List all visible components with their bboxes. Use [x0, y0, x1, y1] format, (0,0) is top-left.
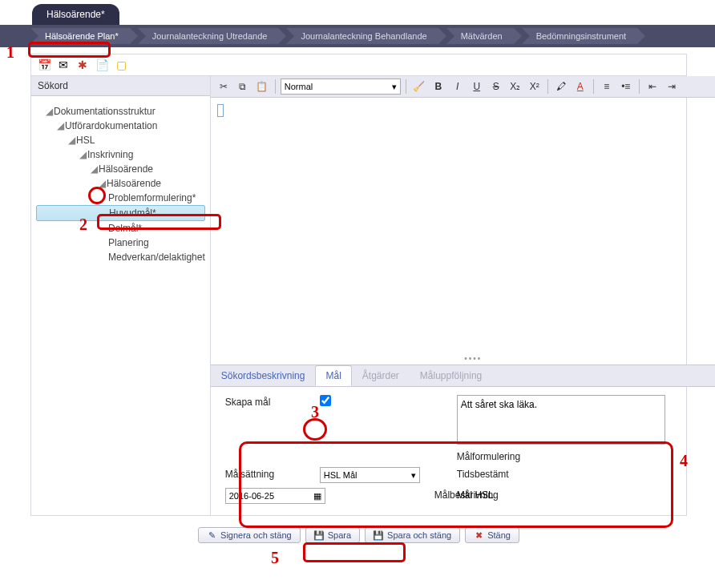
value-malbeskrivning: Mål HSL [457, 488, 715, 501]
tree: ◢Dokumentationsstruktur ◢Utförardokument… [31, 96, 210, 515]
save-close-icon: 💾 [374, 530, 383, 540]
tab-atgarder[interactable]: Åtgärder [352, 365, 410, 386]
button-label: Spara [328, 530, 351, 540]
label-malbeskrivning: Målbeskrivning [434, 488, 450, 501]
copy-icon[interactable]: ⧉ [235, 79, 251, 95]
select-malsattning[interactable]: HSL Mål ▾ [320, 467, 420, 483]
close-icon: ✖ [474, 530, 483, 540]
editor-area[interactable] [211, 98, 715, 352]
form-area: Skapa mål Målformulering Målsättning HSL… [211, 386, 715, 515]
tree-label: Delmål* [108, 223, 142, 234]
cut-icon[interactable]: ✂ [216, 79, 232, 95]
mail-icon[interactable]: ✉ [57, 58, 70, 71]
separator [547, 79, 548, 94]
select-value: HSL Mål [324, 470, 358, 480]
checkbox-skapa-mal[interactable] [320, 395, 331, 406]
tree-node-medverkan[interactable]: Medverkan/delaktighet [36, 250, 205, 264]
tree-label: Hälsoärende [99, 163, 153, 175]
drag-handle[interactable]: •••• [211, 352, 715, 364]
stang-button[interactable]: ✖ Stäng [465, 527, 519, 543]
list-ul-icon[interactable]: •≡ [618, 79, 634, 95]
tree-node-problemformulering[interactable]: Problemformulering* [36, 191, 205, 205]
annotation-number-2: 2 [79, 215, 87, 234]
note-icon[interactable]: ▢ [115, 58, 127, 71]
tree-label: Huvudmål* [109, 207, 156, 219]
label-malsattning: Målsättning [225, 467, 313, 480]
chevron-down-icon: ▾ [411, 470, 416, 481]
breadcrumb-item-utredande[interactable]: Journalanteckning Utredande [138, 28, 279, 44]
label-malformulering: Målformulering [457, 449, 715, 462]
tree-node-huvudmal[interactable]: Huvudmål* [36, 205, 205, 221]
main-tab-halsoarende[interactable]: Hälsoärende* [32, 4, 119, 25]
tree-node-planering[interactable]: Planering [36, 236, 205, 250]
underline-icon[interactable]: U [469, 79, 485, 95]
separator [639, 79, 640, 94]
tree-node-utforardokumentation[interactable]: ◢Utförardokumentation [36, 119, 205, 133]
left-panel-title: Sökord [31, 76, 210, 96]
tree-label: Planering [108, 237, 149, 248]
italic-icon[interactable]: I [450, 79, 466, 95]
tree-node-delmal[interactable]: Delmål* [36, 221, 205, 236]
outdent-icon[interactable]: ⇤ [644, 79, 660, 95]
separator [275, 79, 276, 94]
button-label: Signera och stäng [220, 530, 292, 540]
tree-node-halsoarende[interactable]: ◢Hälsoärende [36, 176, 205, 191]
editor-cursor [217, 104, 224, 117]
breadcrumb-item-bedomning[interactable]: Bedömningsinstrument [522, 28, 638, 44]
tree-label: Inskrivning [87, 149, 133, 160]
breadcrumb: Hälsoärende Plan* Journalanteckning Utre… [0, 25, 715, 47]
document-icon[interactable]: 📄 [95, 58, 108, 71]
format-value: Normal [285, 82, 313, 91]
breadcrumb-item-plan[interactable]: Hälsoärende Plan* [30, 28, 130, 44]
date-value: 2016-06-25 [229, 491, 274, 501]
tab-mal[interactable]: Mål [315, 365, 351, 386]
calendar-icon[interactable]: 📅 [38, 58, 50, 71]
tree-label: HSL [76, 135, 95, 146]
separator [406, 79, 406, 94]
tab-sokordsbeskrivning[interactable]: Sökordsbeskrivning [211, 365, 316, 386]
spara-button[interactable]: 💾 Spara [305, 527, 360, 543]
breadcrumb-item-matvarden[interactable]: Mätvärden [446, 28, 514, 44]
tree-label: Medverkan/delaktighet [108, 252, 205, 263]
format-select[interactable]: Normal ▾ [281, 79, 401, 95]
strike-icon[interactable]: S [488, 79, 504, 95]
subscript-icon[interactable]: X₂ [507, 79, 523, 95]
clear-format-icon[interactable]: 🧹 [411, 79, 427, 95]
puzzle-icon[interactable]: ✱ [76, 58, 89, 71]
separator [593, 79, 594, 94]
tree-node-dokumentationsstruktur[interactable]: ◢Dokumentationsstruktur [36, 104, 205, 119]
textarea-malformulering[interactable]: Att såret ska läka. [457, 395, 665, 445]
font-color-icon[interactable]: A [572, 79, 588, 95]
tree-node-halsoarende-group[interactable]: ◢Hälsoärende [36, 162, 205, 176]
label-tidsbestamt: Tidsbestämt [457, 467, 715, 480]
list-ol-icon[interactable]: ≡ [599, 79, 615, 95]
button-label: Spara och stäng [387, 530, 451, 540]
calendar-icon[interactable]: ▦ [313, 491, 321, 501]
tab-maluppfoljning[interactable]: Måluppföljning [410, 365, 492, 386]
tree-label: Dokumentationsstruktur [54, 106, 156, 117]
label-skapa-mal: Skapa mål [225, 395, 313, 408]
breadcrumb-item-behandlande[interactable]: Journalanteckning Behandlande [286, 28, 438, 44]
icon-toolbar: 📅 ✉ ✱ 📄 ▢ [30, 54, 687, 75]
tree-label: Problemformulering* [108, 192, 196, 203]
tree-label: Hälsoärende [107, 178, 161, 189]
superscript-icon[interactable]: X² [527, 79, 543, 95]
editor-toolbar: ✂ ⧉ 📋 Normal ▾ 🧹 B I U S X₂ X² 🖍 A [211, 76, 715, 98]
tree-node-inskrivning[interactable]: ◢Inskrivning [36, 147, 205, 162]
tree-node-hsl[interactable]: ◢HSL [36, 133, 205, 147]
pen-icon: ✎ [207, 530, 216, 540]
annotation-number-1: 1 [6, 43, 14, 62]
save-icon: 💾 [314, 530, 324, 540]
annotation-number-3: 3 [311, 403, 319, 421]
highlight-icon[interactable]: 🖍 [553, 79, 569, 95]
annotation-number-4: 4 [680, 452, 688, 470]
tree-label: Utförardokumentation [65, 120, 157, 131]
bold-icon[interactable]: B [430, 79, 446, 95]
input-tidsbestamt[interactable]: 2016-06-25 ▦ [225, 488, 325, 504]
indent-icon[interactable]: ⇥ [664, 79, 680, 95]
spara-stang-button[interactable]: 💾 Spara och stäng [365, 527, 460, 543]
chevron-down-icon: ▾ [392, 82, 397, 92]
paste-icon[interactable]: 📋 [254, 79, 270, 95]
action-buttons: ✎ Signera och stäng 💾 Spara 💾 Spara och … [30, 516, 687, 554]
signera-button[interactable]: ✎ Signera och stäng [198, 527, 301, 543]
